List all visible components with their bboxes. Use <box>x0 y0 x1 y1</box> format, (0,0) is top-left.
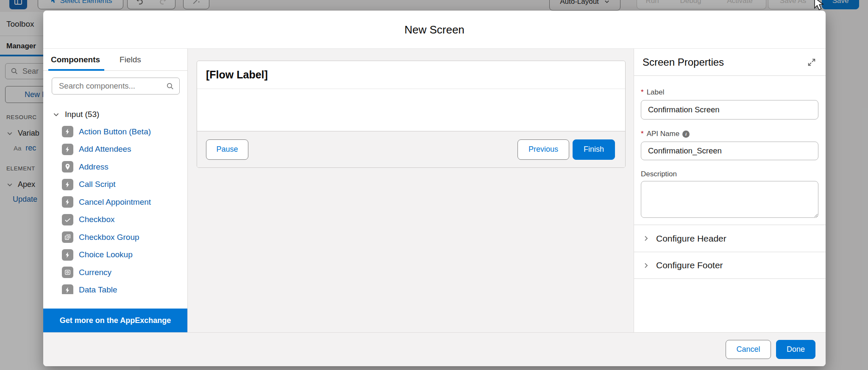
screen-properties-panel: Screen Properties * Label * API Name i <box>634 49 826 332</box>
checkbox-group-icon <box>62 231 73 243</box>
description-field-text: Description <box>641 170 677 178</box>
finish-label: Finish <box>584 145 604 154</box>
pin-icon <box>62 161 73 172</box>
component-list-item[interactable]: Action Button (Beta) <box>43 123 187 141</box>
appexchange-cta-label: Get more on the AppExchange <box>60 316 171 325</box>
required-asterisk: * <box>641 130 644 138</box>
components-panel: Components Fields Input (53) Action Butt… <box>43 49 188 332</box>
component-list-item[interactable]: Data Table <box>43 281 187 295</box>
component-list-item[interactable]: Address <box>43 158 187 176</box>
modal-title: New Screen <box>43 23 826 36</box>
info-icon[interactable]: i <box>682 131 690 138</box>
component-list-item[interactable]: Cancel Appointment <box>43 193 187 211</box>
screen-preview-body[interactable] <box>197 89 625 131</box>
bolt-icon <box>62 249 73 261</box>
chevron-right-icon <box>643 262 650 269</box>
api-name-input[interactable] <box>641 142 818 160</box>
cancel-button[interactable]: Cancel <box>726 340 771 359</box>
required-asterisk: * <box>641 88 644 97</box>
description-field-group: Description <box>634 170 826 220</box>
component-label: Choice Lookup <box>79 250 133 259</box>
input-section-toggle[interactable]: Input (53) <box>53 110 187 119</box>
component-label: Checkbox Group <box>79 233 139 242</box>
bolt-icon <box>62 284 73 294</box>
bolt-icon <box>62 126 73 137</box>
modal-header: New Screen <box>43 11 826 49</box>
component-list-item[interactable]: Checkbox <box>43 211 187 229</box>
component-label: Currency <box>79 268 111 277</box>
appexchange-cta-button[interactable]: Get more on the AppExchange <box>43 309 187 332</box>
previous-button[interactable]: Previous <box>517 139 569 160</box>
label-field-group: * Label <box>634 88 826 120</box>
component-list: Action Button (Beta) Add Attendees Addre… <box>43 123 187 294</box>
bolt-icon <box>62 144 73 155</box>
component-list-item[interactable]: Add Attendees <box>43 141 187 159</box>
description-textarea[interactable] <box>641 181 818 218</box>
label-input[interactable] <box>641 100 818 120</box>
component-list-item[interactable]: Currency <box>43 264 187 281</box>
currency-icon <box>62 267 73 278</box>
screen-preview-card: [Flow Label] Pause Previous Finish <box>197 61 626 168</box>
component-label: Add Attendees <box>79 145 131 154</box>
component-label: Action Button (Beta) <box>79 127 151 136</box>
component-label: Data Table <box>79 285 117 294</box>
configure-header-section[interactable]: Configure Header <box>634 225 826 252</box>
configure-header-label: Configure Header <box>656 234 726 244</box>
flow-label: [Flow Label] <box>206 69 268 81</box>
screen-properties-header: Screen Properties <box>634 49 826 76</box>
modal-footer: Cancel Done <box>43 332 826 366</box>
finish-button[interactable]: Finish <box>573 139 615 160</box>
search-icon <box>166 82 174 90</box>
components-search <box>52 78 180 95</box>
component-label: Cancel Appointment <box>79 198 151 207</box>
new-screen-modal: New Screen Components Fields Input (53) <box>43 11 826 366</box>
components-search-input[interactable] <box>59 81 166 91</box>
label-field-text: Label <box>647 88 665 97</box>
component-list-item[interactable]: Call Script <box>43 176 187 194</box>
component-list-item[interactable]: Choice Lookup <box>43 246 187 264</box>
configure-footer-section[interactable]: Configure Footer <box>634 252 826 279</box>
expand-icon[interactable] <box>807 58 816 67</box>
component-label: Address <box>79 162 108 172</box>
properties-accordion: Configure Header Configure Footer <box>634 225 826 279</box>
component-label: Checkbox <box>79 215 115 224</box>
component-label: Call Script <box>79 180 116 189</box>
screen-preview-canvas: [Flow Label] Pause Previous Finish <box>188 49 634 332</box>
configure-footer-label: Configure Footer <box>656 260 723 270</box>
modal-body: Components Fields Input (53) Action Butt… <box>43 49 826 332</box>
check-icon <box>62 214 73 225</box>
pause-label: Pause <box>216 145 238 154</box>
bolt-icon <box>62 196 73 208</box>
api-name-field-label: * API Name i <box>641 130 818 138</box>
previous-label: Previous <box>529 145 558 154</box>
chevron-right-icon <box>643 235 650 242</box>
input-section-label: Input (53) <box>65 110 99 119</box>
cancel-label: Cancel <box>736 345 760 354</box>
flow-builder-screen: Select Elements Auto-Layout Run Debug Ac… <box>0 0 868 370</box>
pause-button[interactable]: Pause <box>206 139 248 160</box>
tab-components[interactable]: Components <box>51 55 100 70</box>
screen-preview-header: [Flow Label] <box>197 61 625 89</box>
description-field-label: Description <box>641 170 818 178</box>
done-button[interactable]: Done <box>776 340 815 359</box>
done-label: Done <box>787 345 805 354</box>
api-name-field-text: API Name <box>647 130 679 138</box>
component-list-item[interactable]: Checkbox Group <box>43 228 187 246</box>
screen-preview-footer: Pause Previous Finish <box>197 131 625 167</box>
tab-fields[interactable]: Fields <box>120 55 141 70</box>
chevron-down-icon <box>53 111 60 118</box>
mouse-cursor <box>813 0 826 12</box>
components-panel-tabs: Components Fields <box>43 49 187 71</box>
bolt-icon <box>62 179 73 190</box>
screen-properties-title: Screen Properties <box>643 56 724 68</box>
api-name-field-group: * API Name i <box>634 130 826 160</box>
label-field-label: * Label <box>641 88 818 97</box>
